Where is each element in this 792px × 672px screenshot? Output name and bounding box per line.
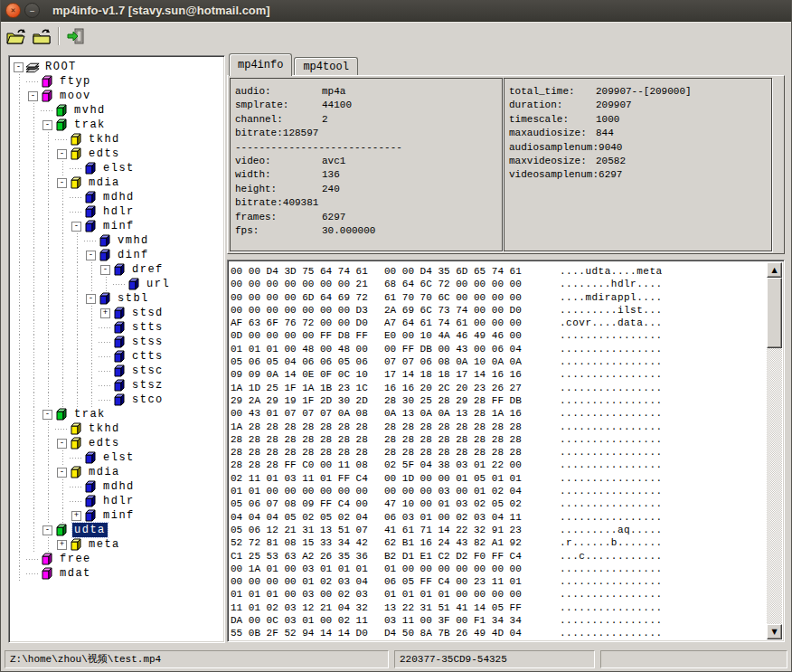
- tree-item-mdat[interactable]: mdat: [12, 566, 224, 581]
- tree-item-stco[interactable]: stco: [12, 393, 224, 407]
- tree-item-stbl[interactable]: - stbl: [12, 291, 224, 306]
- tree-connector: [70, 262, 84, 277]
- hex-bytes-left: 1A 28 28 28 28 28 28 28: [231, 421, 373, 433]
- scrollbar-thumb[interactable]: [767, 278, 782, 348]
- tab-mp4tool[interactable]: mp4tool: [294, 57, 357, 75]
- hex-ascii: ....udta....meta: [560, 265, 663, 278]
- tree-connector: [55, 190, 70, 204]
- info-line: ----------------------------: [235, 142, 497, 156]
- tree-item-elst[interactable]: elst: [12, 161, 224, 175]
- hex-dump: 00 00 D4 3D 75 64 74 6100 00 D4 35 6D 65…: [228, 260, 784, 640]
- tree-connector: [41, 364, 55, 378]
- tree-item-hdlr[interactable]: hdlr: [12, 494, 224, 508]
- tree-connector: [70, 291, 84, 306]
- hex-bytes-left: 09 09 0A 14 0E 0F 0C 10: [231, 368, 373, 381]
- tree-item-stts[interactable]: stts: [12, 320, 224, 335]
- open-file-button[interactable]: [5, 25, 28, 48]
- tree-connector: [26, 450, 41, 465]
- open-folder-arrow-icon: [6, 28, 26, 45]
- tree-item-dref[interactable]: - dref: [12, 262, 224, 277]
- tree-item-ROOT[interactable]: - ROOT: [12, 60, 224, 74]
- expand-toggle-icon[interactable]: +: [57, 540, 67, 550]
- collapse-toggle-icon[interactable]: -: [86, 294, 96, 304]
- hex-bytes-right: 00 1D 00 00 01 05 01 01: [384, 472, 527, 485]
- collapse-toggle-icon[interactable]: -: [86, 251, 96, 260]
- magenta-box-icon: [40, 74, 55, 89]
- scroll-up-button[interactable]: ▲: [767, 262, 782, 278]
- green-box-icon: [54, 407, 70, 421]
- blue-box-icon: [112, 320, 127, 335]
- tree-item-edts[interactable]: - edts: [12, 436, 224, 450]
- tree-item-dinf[interactable]: - dinf: [12, 248, 224, 262]
- app-window: ✕ – mp4info-v1.7 [stavy.sun@hotmail.com]: [0, 0, 792, 672]
- tree-item-mdia[interactable]: - mdia: [12, 465, 224, 479]
- vertical-scrollbar[interactable]: ▲ ▼: [767, 262, 782, 639]
- hex-bytes-right: 02 5F 04 38 03 01 22 00: [384, 459, 527, 471]
- tree-item-mvhd[interactable]: mvhd: [12, 103, 224, 118]
- tree-item-free[interactable]: free: [12, 552, 224, 566]
- tree-item-tkhd[interactable]: tkhd: [12, 421, 224, 436]
- tree-connector: [41, 103, 54, 118]
- hex-row: 1A 28 28 28 28 28 28 2828 28 28 28 28 28…: [231, 421, 784, 433]
- hex-ascii: ................: [560, 497, 663, 510]
- collapse-toggle-icon[interactable]: -: [14, 62, 24, 72]
- tree-item-ftyp[interactable]: ftyp: [12, 74, 224, 89]
- tree-item-trak[interactable]: - trak: [12, 118, 224, 132]
- tree-connector: [26, 393, 41, 407]
- tree-connector: [41, 233, 55, 248]
- tab-mp4info[interactable]: mp4info: [229, 53, 292, 76]
- tree-item-mdhd[interactable]: mdhd: [12, 190, 224, 204]
- tree-item-trak[interactable]: - trak: [12, 407, 224, 421]
- tree-connector: [26, 465, 41, 479]
- collapse-toggle-icon[interactable]: -: [42, 525, 52, 535]
- tree-item-url[interactable]: url: [12, 277, 224, 291]
- info-line: audiosamplenum:9040: [509, 142, 767, 156]
- collapse-toggle-icon[interactable]: -: [28, 91, 38, 101]
- tree-item-vmhd[interactable]: vmhd: [12, 233, 224, 248]
- tree-connector: [12, 421, 26, 436]
- tree-connector: [55, 320, 70, 335]
- collapse-toggle-icon[interactable]: -: [71, 222, 81, 232]
- tree-item-edts[interactable]: - edts: [12, 147, 224, 161]
- tree-item-stsz[interactable]: stsz: [12, 378, 224, 393]
- blue-box-icon: [83, 190, 99, 204]
- expand-toggle-icon[interactable]: +: [100, 308, 110, 318]
- collapse-toggle-icon[interactable]: -: [57, 468, 67, 478]
- collapse-toggle-icon[interactable]: -: [57, 439, 67, 449]
- tree-item-elst[interactable]: elst: [12, 450, 224, 465]
- tree-item-meta[interactable]: + meta: [12, 537, 224, 552]
- blue-box-icon: [83, 450, 99, 465]
- tree-connector: [12, 277, 26, 291]
- tree-item-udta[interactable]: - udta: [12, 523, 224, 537]
- hex-bytes-right: 47 10 00 01 03 02 05 02: [384, 497, 527, 510]
- collapse-toggle-icon[interactable]: -: [42, 120, 52, 130]
- info-line: videosamplenum:6297: [509, 169, 767, 183]
- tree-item-hdlr[interactable]: hdlr: [12, 204, 224, 219]
- info-line: total_time:209907--[209000]: [509, 86, 767, 99]
- tree-item-stsd[interactable]: + stsd: [12, 306, 224, 320]
- tree-item-tkhd[interactable]: tkhd: [12, 132, 224, 147]
- container-info-box: total_time:209907--[209000]duration:2099…: [504, 78, 772, 251]
- open-folder-button[interactable]: [30, 25, 53, 48]
- tree-item-stsc[interactable]: stsc: [12, 364, 224, 378]
- expand-toggle-icon[interactable]: +: [71, 511, 81, 521]
- tree-item-moov[interactable]: - moov: [12, 89, 224, 103]
- hex-ascii: ................: [560, 446, 663, 459]
- tree-connector: [12, 465, 26, 479]
- collapse-toggle-icon[interactable]: -: [57, 178, 67, 188]
- scroll-down-button[interactable]: ▼: [767, 624, 782, 639]
- collapse-toggle-icon[interactable]: -: [100, 265, 110, 275]
- minimize-button[interactable]: –: [24, 3, 40, 18]
- collapse-toggle-icon[interactable]: -: [42, 410, 52, 420]
- tree-item-mdia[interactable]: - mdia: [12, 175, 224, 190]
- tree-item-mdhd[interactable]: mdhd: [12, 479, 224, 494]
- close-button[interactable]: ✕: [5, 3, 21, 18]
- tree-item-minf[interactable]: - minf: [12, 219, 224, 233]
- tree-item-stss[interactable]: stss: [12, 335, 224, 349]
- scrollbar-track[interactable]: [767, 278, 782, 624]
- collapse-toggle-icon[interactable]: -: [57, 149, 67, 159]
- exit-button[interactable]: [64, 25, 88, 48]
- tree-item-minf[interactable]: + minf: [12, 508, 224, 523]
- info-label: video:: [235, 156, 322, 169]
- tree-item-ctts[interactable]: ctts: [12, 349, 224, 364]
